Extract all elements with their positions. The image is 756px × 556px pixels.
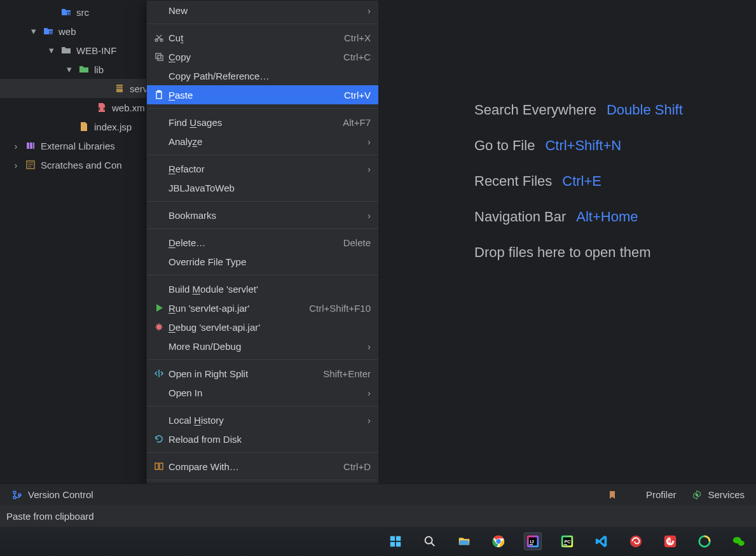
split-icon: [152, 368, 166, 379]
svg-point-40: [738, 539, 739, 540]
taskbar-vscode-icon[interactable]: [593, 532, 610, 550]
menu-item-paste[interactable]: PasteCtrl+V: [147, 85, 378, 104]
chevron-right-icon: ›: [363, 136, 371, 147]
svg-rect-13: [155, 463, 158, 469]
menu-item-find-usages[interactable]: Find UsagesAlt+F7: [147, 113, 378, 132]
menu-item-label: Analyze: [166, 136, 363, 147]
chevron-right-icon: ›: [363, 341, 371, 352]
windows-taskbar[interactable]: IJPC: [0, 527, 756, 556]
menu-item-more-run-debug[interactable]: More Run/Debug›: [147, 337, 378, 356]
taskbar-wechat-icon[interactable]: [730, 532, 748, 550]
menu-item-label: Local History: [166, 415, 363, 426]
menu-item-run-servlet-api-jar-[interactable]: Run 'servlet-api.jar'Ctrl+Shift+F10: [147, 298, 378, 317]
hint-label: Recent Files: [474, 173, 552, 190]
svg-point-16: [13, 496, 16, 499]
tree-label: web: [58, 26, 76, 37]
editor-empty-state: Search Everywhere Double Shift Go to Fil…: [379, 0, 756, 483]
menu-item-label: Find Usages: [166, 117, 343, 128]
web-icon: [42, 25, 55, 37]
taskbar-file-explorer-icon[interactable]: [455, 532, 473, 550]
taskbar-search-icon[interactable]: [421, 532, 439, 550]
menu-item-analyze[interactable]: Analyze›: [147, 132, 378, 151]
taskbar-chrome-icon[interactable]: [490, 532, 507, 550]
menu-item-copy-path-reference-[interactable]: Copy Path/Reference…: [147, 66, 378, 85]
svg-rect-33: [564, 545, 568, 545]
taskbar-netease-icon[interactable]: [661, 532, 679, 550]
menu-item-shortcut: Ctrl+D: [343, 461, 371, 472]
run-icon: [152, 303, 166, 313]
status-bar: Paste from clipboard: [0, 505, 756, 527]
context-menu[interactable]: New›CutCtrl+XCopyCtrl+CCopy Path/Referen…: [146, 0, 379, 531]
menu-item-build-module-servlet-[interactable]: Build Module 'servlet': [147, 279, 378, 298]
svg-point-34: [630, 536, 642, 547]
menu-separator: [147, 108, 378, 109]
tree-label: index.jsp: [94, 122, 132, 132]
menu-item-refactor[interactable]: Refactor›: [147, 159, 378, 178]
tool-tab-version-control[interactable]: Version Control: [11, 489, 93, 500]
jsp-icon: [78, 121, 90, 132]
menu-item-debug-servlet-api-jar-[interactable]: Debug 'servlet-api.jar': [147, 317, 378, 337]
menu-item-open-in-right-split[interactable]: Open in Right SplitShift+Enter: [147, 364, 378, 383]
menu-item-label: Paste: [166, 90, 344, 101]
svg-point-39: [736, 539, 737, 540]
taskbar-pycharm-icon[interactable]: PC: [558, 532, 576, 550]
taskbar-windows-start-icon[interactable]: [387, 532, 404, 550]
hint-label: Drop files here to open them: [474, 244, 651, 261]
chevron-icon: ›: [11, 160, 20, 170]
menu-item-jbljavatoweb[interactable]: JBLJavaToWeb: [147, 178, 378, 197]
menu-item-compare-with-[interactable]: Compare With…Ctrl+D: [147, 457, 378, 476]
tree-label: lib: [94, 64, 104, 75]
menu-item-label: Compare With…: [166, 461, 343, 472]
hint-label: Navigation Bar: [474, 209, 566, 225]
tree-label: WEB-INF: [76, 45, 116, 56]
taskbar-browser-360-icon[interactable]: [696, 532, 713, 550]
menu-item-override-file-type[interactable]: Override File Type: [147, 252, 378, 271]
menu-item-label: Run 'servlet-api.jar': [166, 303, 309, 314]
paste-icon: [152, 90, 166, 100]
menu-item-label: Debug 'servlet-api.jar': [166, 322, 371, 333]
menu-item-label: More Run/Debug: [166, 341, 363, 352]
svg-point-15: [13, 491, 16, 494]
copy-icon: [152, 52, 166, 62]
menu-separator: [147, 228, 378, 229]
menu-item-label: New: [166, 5, 363, 16]
tool-tab-services[interactable]: Services: [691, 489, 745, 500]
taskbar-red-swirl-icon[interactable]: [627, 532, 645, 550]
menu-item-label: Open in Right Split: [166, 368, 323, 379]
menu-item-label: Copy Path/Reference…: [166, 71, 371, 81]
menu-item-label: Build Module 'servlet': [166, 284, 371, 295]
compare-icon: [152, 461, 166, 471]
menu-item-cut[interactable]: CutCtrl+X: [147, 28, 378, 47]
svg-point-25: [496, 539, 500, 543]
menu-item-copy[interactable]: CopyCtrl+C: [147, 47, 378, 66]
menu-item-reload-from-disk[interactable]: Reload from Disk: [147, 429, 378, 448]
tree-label: Scratches and Con: [41, 160, 122, 170]
reload-icon: [152, 434, 166, 444]
src-icon: [60, 6, 72, 18]
tool-window-bar[interactable]: Version Control Profiler Services: [0, 483, 756, 505]
menu-separator: [147, 24, 378, 24]
scratches-icon: [24, 159, 37, 170]
menu-item-bookmarks[interactable]: Bookmarks›: [147, 205, 378, 225]
menu-item-open-in[interactable]: Open In›: [147, 383, 378, 402]
svg-rect-19: [390, 536, 395, 541]
menu-item-new[interactable]: New›: [147, 1, 378, 20]
menu-item-label: JBLJavaToWeb: [166, 183, 371, 193]
hint-key: Ctrl+Shift+N: [545, 137, 621, 154]
taskbar-intellij-icon[interactable]: IJ: [524, 532, 542, 550]
svg-rect-8: [156, 53, 161, 59]
menu-item-local-history[interactable]: Local History›: [147, 410, 378, 429]
hint-key: Double Shift: [607, 102, 683, 118]
tool-tab-profiler[interactable]: Profiler: [646, 489, 677, 500]
svg-rect-3: [30, 142, 32, 149]
bookmark-icon[interactable]: [607, 490, 618, 500]
menu-item-delete-[interactable]: Delete…Delete: [147, 233, 378, 252]
ext-icon: [24, 140, 37, 151]
chevron-right-icon: ›: [363, 415, 371, 426]
menu-item-label: Cut: [166, 32, 344, 43]
hint-drop-files: Drop files here to open them: [474, 244, 651, 261]
gear-icon: [691, 490, 703, 500]
hint-label: Search Everywhere: [474, 102, 596, 118]
branch-icon: [11, 490, 23, 500]
menu-item-label: Override File Type: [166, 256, 371, 267]
